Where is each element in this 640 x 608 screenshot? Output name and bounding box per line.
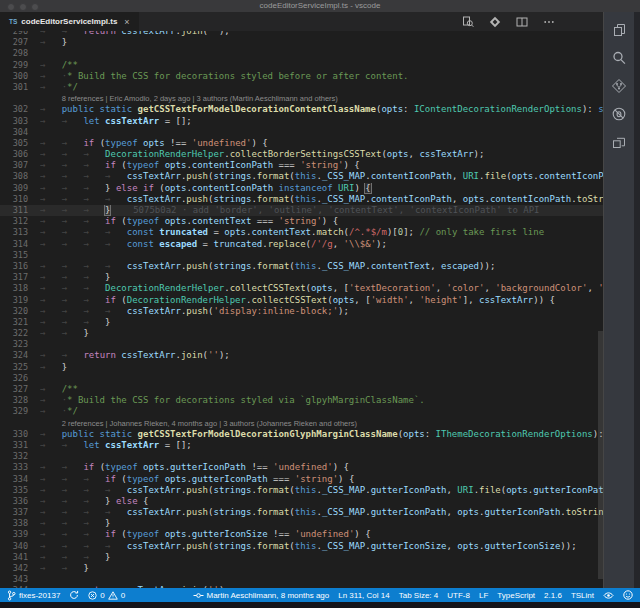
code-row[interactable]: 301→ ·*/ (0, 82, 603, 93)
extensions-icon[interactable] (611, 134, 627, 150)
code-row[interactable]: 299→ /** (0, 60, 603, 71)
codelens-row[interactable]: 2 references | Johannes Rieken, 4 months… (0, 418, 603, 429)
codelens-row[interactable]: 8 references | Eric Amodio, 2 days ago |… (0, 93, 603, 104)
code-row[interactable]: 323 (0, 339, 603, 350)
source-control-icon[interactable] (611, 78, 627, 94)
codelens-text[interactable]: 8 references | Eric Amodio, 2 days ago |… (62, 94, 338, 103)
close-window-button[interactable] (7, 3, 15, 11)
line-number[interactable]: 314 (0, 239, 28, 250)
line-number[interactable]: 305 (0, 138, 28, 149)
code-row[interactable]: 319→ → → if (DecorationRenderHelper.coll… (0, 295, 603, 306)
search-icon[interactable] (611, 50, 627, 66)
line-number[interactable]: 342 (0, 563, 28, 574)
line-number[interactable]: 316 (0, 261, 28, 272)
code-row[interactable]: 325→ } (0, 362, 603, 373)
line-number[interactable]: 331 (0, 440, 28, 451)
line-number[interactable]: 312 (0, 216, 28, 227)
line-number[interactable]: 317 (0, 272, 28, 283)
minimize-window-button[interactable] (19, 3, 27, 11)
open-preview-icon[interactable] (460, 14, 476, 30)
code-row[interactable]: 344→ → return cssTextArr.join(''); (0, 585, 603, 588)
code-row[interactable]: 331→ → let cssTextArr = []; (0, 440, 603, 451)
problems-indicator[interactable]: 0 0 (88, 591, 125, 600)
code-row[interactable]: 341→ → → } (0, 552, 603, 563)
more-actions-icon[interactable] (541, 14, 557, 30)
line-number[interactable]: 334 (0, 474, 28, 485)
line-number[interactable]: 300 (0, 71, 28, 82)
line-number[interactable]: 298 (0, 48, 28, 59)
code-row[interactable]: 305→ → if (typeof opts !== 'undefined') … (0, 138, 603, 149)
code-row[interactable]: 342→ → } (0, 563, 603, 574)
code-row[interactable]: 338→ → → } (0, 518, 603, 529)
open-changes-icon[interactable] (487, 14, 503, 30)
line-number[interactable]: 325 (0, 362, 28, 373)
feedback-button[interactable] (623, 590, 633, 600)
code-row[interactable]: 336→ → → } else { (0, 496, 603, 507)
debug-disabled-icon[interactable] (611, 106, 627, 122)
sync-button[interactable] (69, 590, 79, 600)
code-row[interactable]: 321→ → → } (0, 317, 603, 328)
code-row[interactable]: 327→ /** (0, 384, 603, 395)
line-number[interactable]: 306 (0, 149, 28, 160)
language-mode[interactable]: TypeScript (497, 591, 535, 600)
code-row[interactable]: 312→ → → if (typeof opts.contentText ===… (0, 216, 603, 227)
code-row[interactable]: 298 (0, 48, 603, 59)
line-number[interactable]: 299 (0, 60, 28, 71)
line-number[interactable]: 335 (0, 485, 28, 496)
line-number[interactable]: 340 (0, 541, 28, 552)
line-number[interactable]: 323 (0, 339, 28, 350)
code-row[interactable]: 340→ → → → cssTextArr.push(strings.forma… (0, 541, 603, 552)
tab-size[interactable]: Tab Size: 4 (399, 591, 439, 600)
line-number[interactable]: 315 (0, 250, 28, 261)
line-number[interactable]: 311 (0, 205, 28, 216)
line-number[interactable]: 333 (0, 462, 28, 473)
line-number[interactable]: 319 (0, 295, 28, 306)
line-number[interactable]: 321 (0, 317, 28, 328)
line-number[interactable]: 339 (0, 529, 28, 540)
line-number[interactable]: 307 (0, 160, 28, 171)
line-number[interactable]: 327 (0, 384, 28, 395)
line-number[interactable]: 310 (0, 194, 28, 205)
line-number[interactable]: 302 (0, 104, 28, 115)
code-row[interactable]: 317→ → → } (0, 272, 603, 283)
line-number[interactable]: 341 (0, 552, 28, 563)
cursor-position[interactable]: Ln 311, Col 14 (338, 591, 389, 600)
line-number[interactable]: 303 (0, 116, 28, 127)
code-row[interactable]: 332 (0, 451, 603, 462)
code-row[interactable]: 316→ → → → cssTextArr.push(strings.forma… (0, 261, 603, 272)
scm-blame-info[interactable]: Martin Aeschlimann, 8 months ago (193, 591, 330, 600)
code-row[interactable]: 328→ ·* Build the CSS for decorations st… (0, 395, 603, 406)
code-row[interactable]: 303→ → let cssTextArr = []; (0, 116, 603, 127)
line-number[interactable]: 304 (0, 127, 28, 138)
code-row[interactable]: 302→ public static getCSSTextForModelDec… (0, 104, 603, 115)
screen-reader-button[interactable] (603, 591, 614, 600)
code-row[interactable]: 324→ → return cssTextArr.join(''); (0, 350, 603, 361)
line-number[interactable]: 329 (0, 406, 28, 417)
ts-version[interactable]: 2.1.6 (544, 591, 562, 600)
line-number[interactable]: 328 (0, 395, 28, 406)
code-row[interactable]: 337→ → → → cssTextArr.push(strings.forma… (0, 507, 603, 518)
code-row[interactable]: 335→ → → → cssTextArr.push(strings.forma… (0, 485, 603, 496)
line-number[interactable]: 313 (0, 227, 28, 238)
code-row[interactable]: 318→ → → DecorationRenderHelper.collectC… (0, 283, 603, 294)
code-row[interactable]: 322→ → } (0, 328, 603, 339)
code-row[interactable]: 297→ } (0, 37, 603, 48)
code-row[interactable]: 330→ public static getCSSTextForModelDec… (0, 429, 603, 440)
codelens-text[interactable]: 2 references | Johannes Rieken, 4 months… (62, 419, 357, 428)
encoding[interactable]: UTF-8 (447, 591, 470, 600)
line-number[interactable]: 318 (0, 283, 28, 294)
code-row[interactable]: 313→ → → → const truncated = opts.conten… (0, 227, 603, 238)
line-number[interactable]: 337 (0, 507, 28, 518)
line-number[interactable]: 343 (0, 574, 28, 585)
code-row[interactable]: 300→ ·* Build the CSS for decorations st… (0, 71, 603, 82)
scrollbar-thumb[interactable] (598, 331, 603, 579)
line-number[interactable]: 308 (0, 171, 28, 182)
code-row[interactable]: 320→ → → → cssTextArr.push('display:inli… (0, 306, 603, 317)
eol[interactable]: LF (479, 591, 488, 600)
code-row[interactable]: 314→ → → → const escaped = truncated.rep… (0, 239, 603, 250)
line-number[interactable]: 344 (0, 585, 28, 588)
line-number[interactable]: 324 (0, 350, 28, 361)
explorer-icon[interactable] (611, 22, 627, 38)
line-number[interactable]: 332 (0, 451, 28, 462)
zoom-window-button[interactable] (31, 3, 39, 11)
